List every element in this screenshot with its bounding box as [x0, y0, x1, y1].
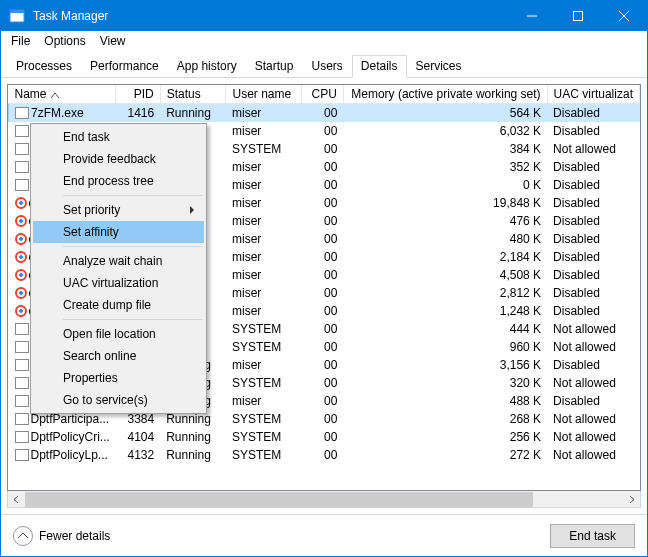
footer: Fewer details End task	[1, 514, 647, 556]
process-icon	[15, 269, 27, 281]
process-uac: Disabled	[547, 392, 639, 410]
context-menu: End taskProvide feedbackEnd process tree…	[30, 123, 207, 414]
process-user: SYSTEM	[226, 428, 302, 446]
tab-details[interactable]: Details	[352, 55, 407, 78]
process-cpu: 00	[302, 284, 344, 302]
menu-item-analyze-wait-chain[interactable]: Analyze wait chain	[33, 250, 204, 272]
svg-rect-1	[10, 10, 24, 13]
process-icon	[15, 179, 29, 191]
process-cpu: 00	[302, 122, 344, 140]
scroll-thumb[interactable]	[25, 492, 533, 507]
scroll-left-button[interactable]	[8, 492, 25, 507]
tab-app-history[interactable]: App history	[168, 55, 246, 78]
col-mem[interactable]: Memory (active private working set)	[343, 85, 547, 104]
menu-options[interactable]: Options	[38, 33, 91, 49]
scroll-track[interactable]	[25, 492, 623, 507]
col-uac[interactable]: UAC virtualizat	[547, 85, 639, 104]
menu-file[interactable]: File	[5, 33, 36, 49]
process-uac: Disabled	[547, 194, 639, 212]
process-icon	[15, 287, 27, 299]
process-mem: 0 K	[343, 176, 547, 194]
scroll-right-button[interactable]	[623, 492, 640, 507]
process-icon	[15, 143, 29, 155]
menu-item-create-dump-file[interactable]: Create dump file	[33, 294, 204, 316]
process-user: miser	[226, 266, 302, 284]
process-cpu: 00	[302, 446, 344, 464]
menu-item-open-file-location[interactable]: Open file location	[33, 323, 204, 345]
titlebar[interactable]: Task Manager	[1, 1, 647, 31]
process-user: miser	[226, 122, 302, 140]
menu-item-go-to-service-s-[interactable]: Go to service(s)	[33, 389, 204, 411]
process-uac: Disabled	[547, 302, 639, 320]
app-icon	[9, 8, 25, 24]
process-uac: Not allowed	[547, 428, 639, 446]
process-user: miser	[226, 284, 302, 302]
col-name[interactable]: Name	[9, 85, 116, 104]
process-user: miser	[226, 356, 302, 374]
table-row[interactable]: DptfPolicyLp...4132RunningSYSTEM00272 KN…	[9, 446, 640, 464]
menu-item-end-task[interactable]: End task	[33, 126, 204, 148]
process-uac: Disabled	[547, 122, 639, 140]
end-task-button[interactable]: End task	[550, 524, 635, 548]
menu-item-set-priority[interactable]: Set priority	[33, 199, 204, 221]
process-mem: 384 K	[343, 140, 547, 158]
window-title: Task Manager	[33, 9, 509, 23]
menu-item-end-process-tree[interactable]: End process tree	[33, 170, 204, 192]
process-user: miser	[226, 302, 302, 320]
process-user: SYSTEM	[226, 410, 302, 428]
col-user[interactable]: User name	[226, 85, 302, 104]
process-cpu: 00	[302, 356, 344, 374]
process-mem: 19,848 K	[343, 194, 547, 212]
tab-performance[interactable]: Performance	[81, 55, 168, 78]
process-mem: 256 K	[343, 428, 547, 446]
tab-services[interactable]: Services	[407, 55, 471, 78]
process-user: miser	[226, 248, 302, 266]
process-user: SYSTEM	[226, 446, 302, 464]
menu-item-provide-feedback[interactable]: Provide feedback	[33, 148, 204, 170]
process-icon	[15, 107, 29, 119]
menu-separator	[63, 195, 203, 196]
process-name: DptfPolicyCri...	[31, 430, 110, 444]
process-pid: 4132	[116, 446, 160, 464]
menu-item-search-online[interactable]: Search online	[33, 345, 204, 367]
process-cpu: 00	[302, 194, 344, 212]
tab-users[interactable]: Users	[302, 55, 351, 78]
process-uac: Disabled	[547, 356, 639, 374]
col-status[interactable]: Status	[160, 85, 226, 104]
process-icon	[15, 413, 29, 425]
menu-item-uac-virtualization[interactable]: UAC virtualization	[33, 272, 204, 294]
process-icon	[15, 341, 29, 353]
process-mem: 6,032 K	[343, 122, 547, 140]
maximize-button[interactable]	[555, 1, 601, 31]
process-user: miser	[226, 194, 302, 212]
menu-item-set-affinity[interactable]: Set affinity	[33, 221, 204, 243]
menu-item-properties[interactable]: Properties	[33, 367, 204, 389]
process-icon	[15, 251, 27, 263]
close-button[interactable]	[601, 1, 647, 31]
process-icon	[15, 377, 29, 389]
sort-asc-icon	[51, 87, 59, 101]
process-icon	[15, 323, 29, 335]
process-cpu: 00	[302, 374, 344, 392]
process-icon	[15, 125, 29, 137]
process-cpu: 00	[302, 104, 344, 123]
minimize-button[interactable]	[509, 1, 555, 31]
tab-processes[interactable]: Processes	[7, 55, 81, 78]
process-uac: Disabled	[547, 248, 639, 266]
col-cpu[interactable]: CPU	[302, 85, 344, 104]
menu-view[interactable]: View	[94, 33, 132, 49]
process-mem: 488 K	[343, 392, 547, 410]
process-mem: 4,508 K	[343, 266, 547, 284]
process-uac: Disabled	[547, 284, 639, 302]
submenu-arrow-icon	[190, 206, 194, 214]
process-user: miser	[226, 230, 302, 248]
process-mem: 1,248 K	[343, 302, 547, 320]
fewer-details-toggle[interactable]: Fewer details	[13, 526, 110, 546]
fewer-details-label: Fewer details	[39, 529, 110, 543]
horizontal-scrollbar[interactable]	[7, 491, 641, 508]
table-row[interactable]: 7zFM.exe1416Runningmiser00564 KDisabled	[9, 104, 640, 123]
table-row[interactable]: DptfPolicyCri...4104RunningSYSTEM00256 K…	[9, 428, 640, 446]
process-icon	[15, 215, 27, 227]
col-pid[interactable]: PID	[116, 85, 160, 104]
tab-startup[interactable]: Startup	[246, 55, 303, 78]
